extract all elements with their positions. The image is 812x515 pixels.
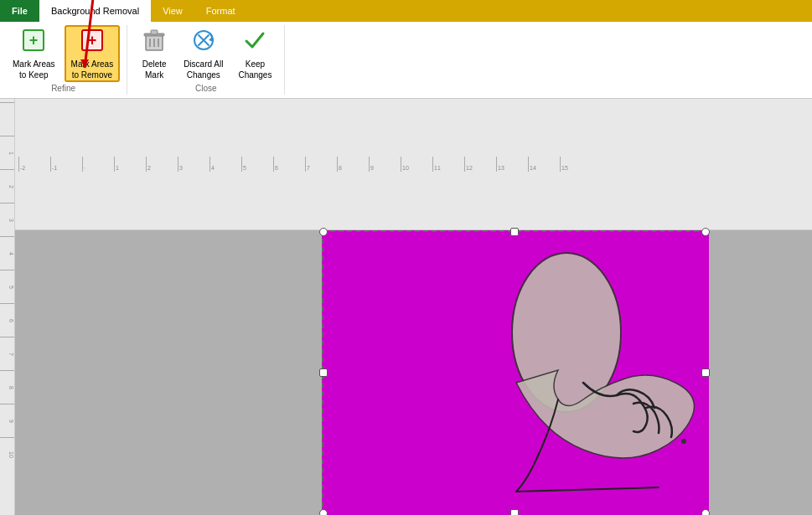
refine-group-label: Refine [51,84,75,95]
handle-bottom-right[interactable] [701,509,710,515]
ruler-tick [0,102,14,136]
delete-mark-button[interactable]: Delete Mark [134,25,174,82]
handle-top-left[interactable] [319,228,328,236]
keep-changes-icon [241,27,268,57]
close-group: Delete Mark Discard All Changes [127,25,285,95]
handle-top-right[interactable] [701,228,710,236]
ruler-top: -2 -1 · 1 2 3 4 5 6 7 8 9 10 11 12 13 14… [15,99,812,230]
ruler-num: -2 [18,157,50,172]
ruler-tick: 9 [0,404,14,437]
ruler-tick: 4 [0,236,14,270]
ruler-tick: 8 [0,370,14,404]
svg-marker-13 [80,59,89,68]
ruler-num: 7 [305,157,337,172]
delete-icon [141,27,168,57]
image-canvas [323,232,709,515]
handle-bottom-middle[interactable] [510,509,519,515]
mark-areas-to-keep-button[interactable]: + Mark Areas to Keep [7,25,61,82]
ruler-num: 10 [401,157,432,172]
keep-changes-button[interactable]: Keep Changes [232,25,277,82]
close-buttons: Delete Mark Discard All Changes [134,25,277,84]
ruler-left: 1 2 3 4 5 6 7 8 9 10 [0,99,15,515]
ruler-num: 14 [528,157,560,172]
ruler-numbers: -2 -1 · 1 2 3 4 5 6 7 8 9 10 11 12 13 14… [15,157,592,172]
svg-point-17 [681,439,686,444]
ruler-num: 4 [209,157,241,172]
svg-rect-6 [151,30,158,34]
ruler-tick: 5 [0,270,14,303]
ruler-num: 2 [146,157,178,172]
tab-file[interactable]: File [0,0,39,22]
ruler-num: 15 [560,157,592,172]
refine-group: + Mark Areas to Keep + Mark Areas to Rem… [0,25,127,95]
ruler-num: -1 [50,157,82,172]
canvas-content[interactable] [15,230,812,515]
ruler-num: 6 [273,157,305,172]
svg-rect-14 [323,232,709,515]
ruler-num: 3 [178,157,209,172]
svg-text:+: + [29,32,39,49]
ruler-num: · [82,157,114,172]
ribbon-toolbar: + Mark Areas to Keep + Mark Areas to Rem… [0,22,812,99]
ruler-tick: 1 [0,136,14,169]
ruler-num: 5 [241,157,273,172]
ruler-num: 12 [464,157,496,172]
ruler-num: 8 [337,157,369,172]
discard-all-button[interactable]: Discard All Changes [178,25,229,82]
delete-mark-label: Delete Mark [142,59,167,80]
keep-changes-label: Keep Changes [238,59,272,80]
ruler-tick: 3 [0,203,14,236]
handle-bottom-left[interactable] [319,509,328,515]
image-container[interactable] [322,230,707,515]
workspace: 1 2 3 4 5 6 7 8 9 10 -2 -1 · 1 2 3 4 5 6 [0,99,812,515]
ruler-num: 11 [432,157,464,172]
ruler-num: 9 [369,157,401,172]
svg-line-12 [85,0,93,68]
ruler-num: 1 [114,157,146,172]
close-group-label: Close [195,84,217,95]
ruler-num: 13 [496,157,528,172]
discard-all-label: Discard All Changes [184,59,223,80]
handle-middle-left[interactable] [319,368,328,377]
side-panel [15,230,304,515]
tab-format[interactable]: Format [194,0,247,22]
ruler-tick: 2 [0,169,14,203]
discard-icon [190,27,217,57]
ruler-tick: 10 [0,437,14,471]
mark-keep-label: Mark Areas to Keep [13,59,55,80]
mark-keep-icon: + [20,27,47,57]
ruler-tick: 7 [0,337,14,370]
handle-top-middle[interactable] [510,228,519,236]
tab-view[interactable]: View [151,0,194,22]
handle-middle-right[interactable] [701,368,710,377]
ruler-tick: 6 [0,303,14,337]
main-area: -2 -1 · 1 2 3 4 5 6 7 8 9 10 11 12 13 14… [15,99,812,515]
ribbon-tabs: File Background Removal View Format [0,0,812,22]
